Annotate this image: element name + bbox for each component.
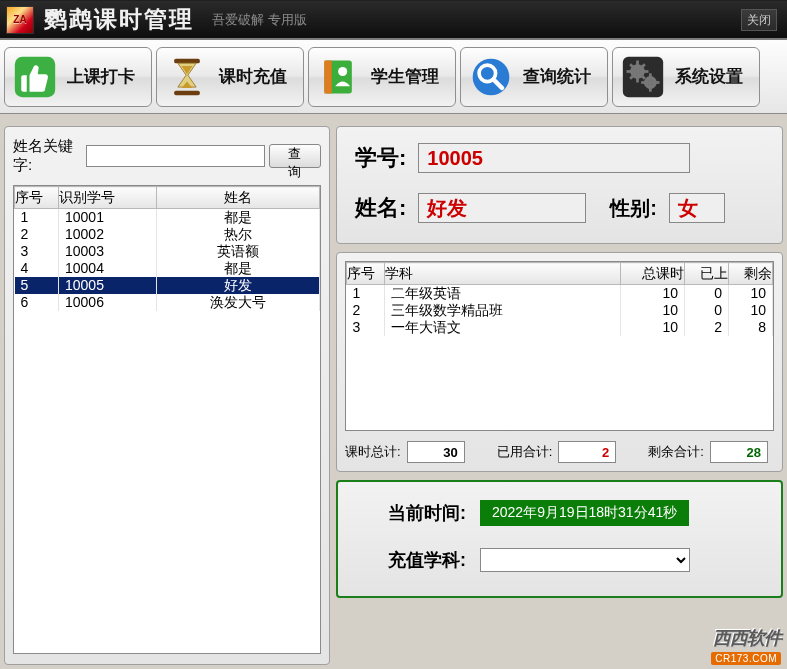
cell-sid: 10004 bbox=[59, 260, 157, 277]
ccol-total[interactable]: 总课时 bbox=[621, 263, 685, 285]
svg-rect-2 bbox=[174, 90, 200, 95]
checkin-label: 上课打卡 bbox=[67, 65, 135, 88]
ccell-subject: 一年大语文 bbox=[385, 319, 621, 336]
cell-sid: 10001 bbox=[59, 209, 157, 227]
cell-seq: 5 bbox=[15, 277, 59, 294]
cell-seq: 6 bbox=[15, 294, 59, 311]
recharge-subject-select[interactable] bbox=[480, 548, 690, 572]
query-stats-label: 查询统计 bbox=[523, 65, 591, 88]
student-list[interactable]: 序号 识别学号 姓名 110001都是210002热尔310003英语额4100… bbox=[13, 185, 321, 654]
id-field: 10005 bbox=[418, 143, 690, 173]
student-info-frame: 学号: 10005 姓名: 好发 性别: 女 bbox=[336, 126, 783, 244]
table-row[interactable]: 2三年级数学精品班10010 bbox=[347, 302, 773, 319]
cell-name: 涣发大号 bbox=[157, 294, 320, 311]
student-list-panel: 姓名关键字: 查询 序号 识别学号 姓名 110001都是210002热尔310… bbox=[4, 126, 330, 665]
total-lessons-label: 课时总计: bbox=[345, 443, 401, 461]
ccol-seq[interactable]: 序号 bbox=[347, 263, 385, 285]
table-row[interactable]: 510005好发 bbox=[15, 277, 320, 294]
hourglass-icon bbox=[165, 55, 209, 99]
ccell-done: 0 bbox=[685, 302, 729, 319]
ccell-remain: 8 bbox=[729, 319, 773, 336]
student-mgmt-button[interactable]: 学生管理 bbox=[308, 47, 456, 107]
cell-sid: 10003 bbox=[59, 243, 157, 260]
magnifier-icon bbox=[469, 55, 513, 99]
ccell-done: 2 bbox=[685, 319, 729, 336]
app-subtitle: 吾爱破解 专用版 bbox=[212, 11, 307, 29]
app-logo-icon: ZA bbox=[6, 6, 34, 34]
cell-name: 英语额 bbox=[157, 243, 320, 260]
ccell-seq: 3 bbox=[347, 319, 385, 336]
checkin-button[interactable]: 上课打卡 bbox=[4, 47, 152, 107]
col-seq[interactable]: 序号 bbox=[15, 187, 59, 209]
done-lessons-value: 2 bbox=[558, 441, 616, 463]
title-bar: ZA 鹦鹉课时管理 吾爱破解 专用版 关闭 bbox=[0, 0, 787, 40]
topup-button[interactable]: 课时充值 bbox=[156, 47, 304, 107]
gears-icon bbox=[621, 55, 665, 99]
svg-rect-4 bbox=[324, 60, 331, 93]
app-title: 鹦鹉课时管理 bbox=[44, 4, 194, 35]
svg-rect-1 bbox=[174, 58, 200, 63]
table-row[interactable]: 3一年大语文1028 bbox=[347, 319, 773, 336]
ccol-remain[interactable]: 剩余 bbox=[729, 263, 773, 285]
ccell-remain: 10 bbox=[729, 302, 773, 319]
query-stats-button[interactable]: 查询统计 bbox=[460, 47, 608, 107]
col-name[interactable]: 姓名 bbox=[157, 187, 320, 209]
addressbook-icon bbox=[317, 55, 361, 99]
cell-name: 好发 bbox=[157, 277, 320, 294]
cell-sid: 10005 bbox=[59, 277, 157, 294]
close-button[interactable]: 关闭 bbox=[741, 9, 777, 31]
system-settings-label: 系统设置 bbox=[675, 65, 743, 88]
ccell-total: 10 bbox=[621, 302, 685, 319]
course-frame: 序号 学科 总课时 已上 剩余 1二年级英语100102三年级数学精品班1001… bbox=[336, 252, 783, 472]
cell-name: 热尔 bbox=[157, 226, 320, 243]
cell-sid: 10006 bbox=[59, 294, 157, 311]
ccol-done[interactable]: 已上 bbox=[685, 263, 729, 285]
search-label: 姓名关键字: bbox=[13, 137, 82, 175]
topup-label: 课时充值 bbox=[219, 65, 287, 88]
table-row[interactable]: 110001都是 bbox=[15, 209, 320, 227]
ccell-remain: 10 bbox=[729, 285, 773, 303]
main-toolbar: 上课打卡 课时充值 学生管理 bbox=[0, 40, 787, 114]
done-lessons-label: 已用合计: bbox=[497, 443, 553, 461]
name-label: 姓名: bbox=[355, 193, 406, 223]
current-time-value: 2022年9月19日18时31分41秒 bbox=[480, 500, 689, 526]
ccell-seq: 1 bbox=[347, 285, 385, 303]
search-button[interactable]: 查询 bbox=[269, 144, 322, 168]
system-settings-button[interactable]: 系统设置 bbox=[612, 47, 760, 107]
ccell-done: 0 bbox=[685, 285, 729, 303]
table-row[interactable]: 310003英语额 bbox=[15, 243, 320, 260]
cell-sid: 10002 bbox=[59, 226, 157, 243]
table-row[interactable]: 410004都是 bbox=[15, 260, 320, 277]
table-row[interactable]: 610006涣发大号 bbox=[15, 294, 320, 311]
course-list[interactable]: 序号 学科 总课时 已上 剩余 1二年级英语100102三年级数学精品班1001… bbox=[345, 261, 774, 431]
cell-seq: 1 bbox=[15, 209, 59, 227]
name-field: 好发 bbox=[418, 193, 586, 223]
remain-lessons-value: 28 bbox=[710, 441, 768, 463]
cell-seq: 3 bbox=[15, 243, 59, 260]
totals-row: 课时总计: 30 已用合计: 2 剩余合计: 28 bbox=[345, 441, 774, 463]
recharge-subject-label: 充值学科: bbox=[388, 548, 466, 572]
ccell-subject: 二年级英语 bbox=[385, 285, 621, 303]
student-mgmt-label: 学生管理 bbox=[371, 65, 439, 88]
svg-point-5 bbox=[338, 66, 347, 75]
body-area: 姓名关键字: 查询 序号 识别学号 姓名 110001都是210002热尔310… bbox=[0, 116, 787, 669]
table-row[interactable]: 1二年级英语10010 bbox=[347, 285, 773, 303]
sex-field: 女 bbox=[669, 193, 725, 223]
search-input[interactable] bbox=[86, 145, 265, 167]
table-row[interactable]: 210002热尔 bbox=[15, 226, 320, 243]
ccell-total: 10 bbox=[621, 285, 685, 303]
thumbs-up-icon bbox=[13, 55, 57, 99]
remain-lessons-label: 剩余合计: bbox=[648, 443, 704, 461]
current-time-label: 当前时间: bbox=[388, 501, 466, 525]
col-sid[interactable]: 识别学号 bbox=[59, 187, 157, 209]
ccell-seq: 2 bbox=[347, 302, 385, 319]
cell-name: 都是 bbox=[157, 260, 320, 277]
total-lessons-value: 30 bbox=[407, 441, 465, 463]
sex-label: 性别: bbox=[610, 195, 657, 222]
search-row: 姓名关键字: 查询 bbox=[13, 137, 321, 175]
ccell-subject: 三年级数学精品班 bbox=[385, 302, 621, 319]
recharge-frame: 当前时间: 2022年9月19日18时31分41秒 充值学科: bbox=[336, 480, 783, 598]
ccol-subject[interactable]: 学科 bbox=[385, 263, 621, 285]
detail-panel: 学号: 10005 姓名: 好发 性别: 女 序号 学科 总课时 bbox=[336, 126, 783, 665]
cell-seq: 2 bbox=[15, 226, 59, 243]
